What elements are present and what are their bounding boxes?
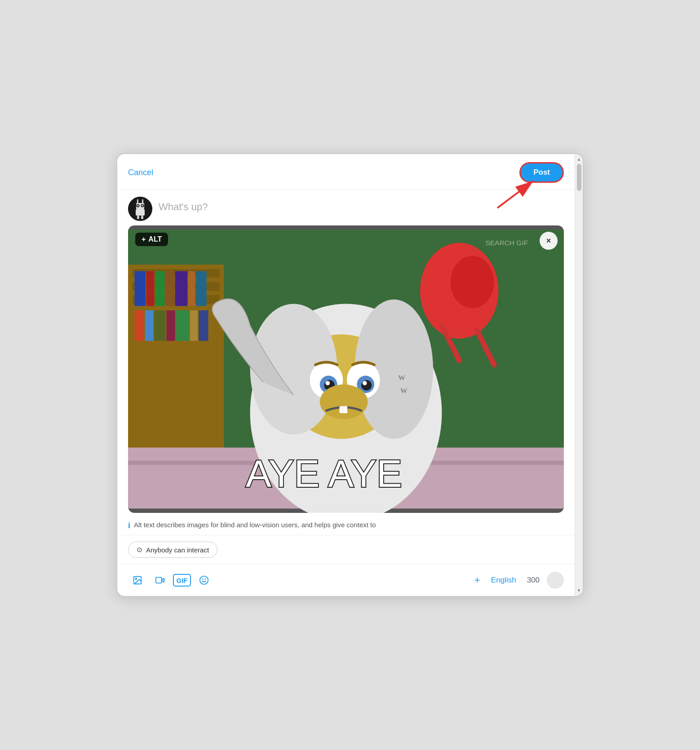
svg-text:AYE AYE: AYE AYE [246,452,402,495]
svg-rect-20 [135,271,146,306]
svg-rect-26 [196,271,206,306]
avatar [128,197,152,221]
svg-rect-50 [343,406,347,413]
svg-text:SEARCH GIF: SEARCH GIF [485,239,528,247]
post-button[interactable]: Post [519,162,564,183]
svg-rect-22 [155,271,164,306]
svg-rect-28 [145,310,153,341]
svg-point-47 [363,381,367,385]
svg-text:w: w [400,384,408,395]
svg-point-53 [451,256,494,308]
interaction-icon: ⊙ [137,546,142,554]
compose-modal: ▲ ▼ Cancel Post [116,153,584,597]
meme-image: w w SEARCH GIF AYE AYE [128,225,564,513]
close-image-button[interactable]: × [540,232,558,250]
interaction-button[interactable]: ⊙ Anybody can interact [128,542,217,558]
svg-point-59 [135,578,137,579]
alt-description-text: Alt text describes images for blind and … [134,521,376,529]
svg-rect-21 [146,271,154,306]
add-thread-button[interactable]: + [471,574,484,586]
interaction-row: ⊙ Anybody can interact [117,535,575,565]
svg-rect-27 [135,310,144,341]
scroll-down-arrow[interactable]: ▼ [576,587,582,593]
scrollbar[interactable]: ▲ ▼ [575,154,583,596]
svg-rect-24 [175,271,187,306]
language-button[interactable]: English [487,576,520,585]
svg-rect-13 [137,216,139,219]
scroll-thumb[interactable] [577,164,581,191]
alt-button[interactable]: + ALT [135,233,168,246]
svg-rect-29 [154,310,165,341]
compose-placeholder[interactable]: What's up? [159,197,208,213]
svg-rect-23 [165,271,174,306]
plus-alt-prefix: + [142,235,146,243]
svg-point-7 [137,205,139,207]
image-container: w w SEARCH GIF AYE AYE + ALT × [128,225,564,513]
add-post-circle-button[interactable] [547,572,564,589]
svg-point-12 [142,199,144,201]
header-row: Cancel Post [117,154,575,190]
svg-rect-33 [199,310,208,341]
svg-point-46 [325,381,330,385]
svg-point-10 [137,199,139,201]
video-upload-button[interactable] [151,571,169,590]
svg-rect-30 [166,310,175,341]
alt-label: ALT [148,235,162,243]
image-upload-button[interactable] [128,571,147,590]
svg-rect-60 [156,578,162,583]
alt-bullet: i [128,521,130,530]
svg-rect-32 [190,310,198,341]
interaction-label: Anybody can interact [146,546,209,554]
svg-text:w: w [398,371,405,382]
svg-point-8 [142,205,143,207]
svg-rect-14 [141,216,143,219]
cancel-button[interactable]: Cancel [128,168,153,177]
modal-content: Cancel Post [117,154,575,596]
emoji-button[interactable] [195,571,213,590]
compose-area: What's up? [117,190,575,225]
alt-description-row: i Alt text describes images for blind an… [117,516,575,535]
svg-point-62 [200,576,208,584]
svg-rect-31 [176,310,189,341]
svg-point-45 [361,380,372,390]
character-count: 300 [523,576,543,585]
svg-point-48 [320,384,368,419]
image-overlay: w w SEARCH GIF AYE AYE + ALT × [128,225,564,513]
svg-rect-3 [136,209,145,216]
svg-rect-25 [188,271,195,306]
toolbar-row: GIF + English 300 [117,565,575,596]
avatar-image [128,197,152,221]
scroll-up-arrow[interactable]: ▲ [576,156,582,162]
gif-button[interactable]: GIF [173,574,191,587]
